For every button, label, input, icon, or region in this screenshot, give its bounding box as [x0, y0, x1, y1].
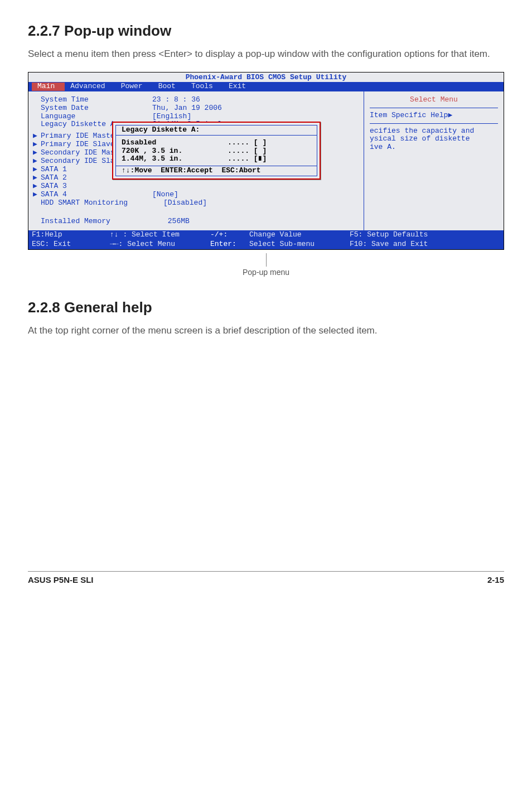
section-heading-popup: 2.2.7 Pop-up window	[28, 22, 504, 40]
help-line-3: ive A.	[370, 143, 498, 152]
bios-footer: F1:Help ↑↓ : Select Item -/+: Change Val…	[28, 230, 504, 240]
popup-title: Legacy Diskette A:	[116, 125, 317, 135]
section-text-general-help: At the top right corner of the menu scre…	[28, 324, 504, 337]
bios-right-pane: Select Menu Item Specific Help▶ ecifies …	[364, 91, 504, 230]
bios-window: Phoenix-Award BIOS CMOS Setup Utility Ma…	[28, 72, 504, 250]
popup-window: Legacy Diskette A: Disabled..... [ ] 720…	[112, 122, 321, 180]
key-submenu: Select Sub-menu	[249, 240, 350, 249]
bios-left-pane: System Time23 : 8 : 36 System DateThu, J…	[28, 91, 364, 230]
key-select-menu: →←: Select Menu	[110, 240, 210, 249]
tab-exit[interactable]: Exit	[223, 83, 256, 91]
bios-title: Phoenix-Award BIOS CMOS Setup Utility	[28, 73, 504, 82]
row-hdd-smart-value[interactable]: [Disabled]	[163, 199, 207, 207]
key-esc: ESC: Exit	[32, 240, 110, 249]
row-mem-label: Installed Memory	[41, 218, 163, 226]
figure-caption: Pop-up menu	[28, 253, 504, 277]
key-f5: F5: Setup Defaults	[350, 231, 500, 239]
row-system-date-label: System Date	[41, 104, 152, 113]
right-arrow-icon: ▶	[448, 111, 452, 119]
row-system-time-value[interactable]: 23 : 8 : 36	[152, 96, 200, 104]
section-heading-general-help: 2.2.8 General help	[28, 299, 504, 316]
page-footer: ASUS P5N-E SLI 2-15	[28, 571, 504, 584]
popup-option-0[interactable]: Disabled..... [ ]	[116, 139, 317, 147]
tab-power[interactable]: Power	[115, 83, 153, 91]
key-f1: F1:Help	[32, 231, 110, 239]
key-f10: F10: Save and Exit	[350, 240, 500, 249]
tab-advanced[interactable]: Advanced	[65, 83, 115, 91]
popup-option-2[interactable]: 1.44M, 3.5 in...... [∎]	[116, 155, 317, 163]
row-sata3[interactable]: SATA 3	[41, 182, 152, 191]
row-system-time-label: System Time	[41, 96, 152, 104]
popup-option-1[interactable]: 720K , 3.5 in...... [ ]	[116, 147, 317, 156]
bios-footer-2: ESC: Exit →←: Select Menu Enter: Select …	[28, 240, 504, 249]
key-select-item: ↑↓ : Select Item	[110, 231, 210, 239]
row-sata4[interactable]: SATA 4	[41, 191, 152, 199]
footer-left: ASUS P5N-E SLI	[28, 575, 94, 584]
popup-nav-hint: ↑↓:Move ENTER:Accept ESC:Abort	[116, 166, 317, 176]
bios-menubar: Main Advanced Power Boot Tools Exit	[28, 82, 504, 91]
tab-boot[interactable]: Boot	[153, 83, 186, 91]
key-change-value: Change Value	[249, 231, 350, 239]
row-language-label: Language	[41, 113, 152, 121]
help-line-2: ysical size of diskette	[370, 135, 498, 143]
tab-tools[interactable]: Tools	[186, 83, 223, 91]
item-specific-help: Item Specific Help▶	[370, 112, 498, 120]
select-menu-title: Select Menu	[370, 96, 498, 104]
row-sata4-none: [None]	[152, 191, 178, 199]
key-change: -/+:	[210, 231, 249, 239]
row-language-value[interactable]: [English]	[152, 113, 191, 121]
row-hdd-smart-label: HDD SMART Monitoring	[41, 199, 163, 207]
row-mem-value: 256MB	[163, 218, 190, 226]
help-line-1: ecifies the capacity and	[370, 127, 498, 136]
tab-main[interactable]: Main	[32, 83, 65, 91]
key-enter: Enter:	[210, 240, 249, 249]
footer-right: 2-15	[487, 575, 504, 584]
row-system-date-value[interactable]: Thu, Jan 19 2006	[152, 104, 222, 113]
caption-connector-line	[266, 253, 267, 267]
section-text-popup: Select a menu item then press <Enter> to…	[28, 47, 504, 61]
